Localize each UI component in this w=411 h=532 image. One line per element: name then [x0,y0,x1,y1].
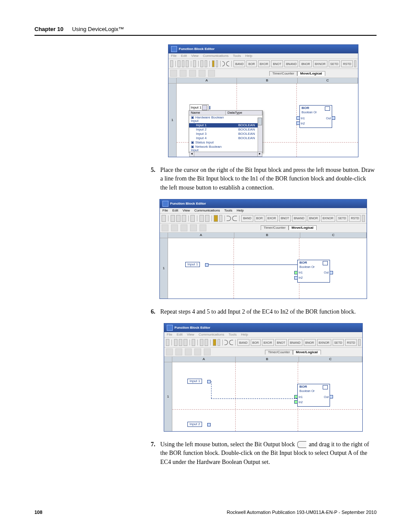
bor-in1-pin[interactable] [294,271,298,274]
tool-d-icon[interactable] [199,70,206,77]
bit-input-shape-icon[interactable] [229,340,233,345]
tool-icon[interactable] [199,224,206,231]
menu-file[interactable]: File [162,209,168,212]
bor-in1-pin[interactable] [294,395,298,398]
input1-pin[interactable] [205,263,209,267]
dd-row-input2[interactable]: Input 2 [189,128,237,132]
tool-icon[interactable] [175,348,182,355]
logic-bxnor-button[interactable]: BXNOR [313,60,327,67]
logic-setd-button[interactable]: SETD [333,339,344,346]
bor-block[interactable]: BOR Boolean Or In1 In2 Out [297,384,330,407]
menu-edit[interactable]: Edit [181,54,187,58]
tool-icon[interactable] [194,348,201,355]
menu-view[interactable]: View [187,333,194,336]
print-icon[interactable] [166,339,169,346]
paste-icon[interactable] [186,60,189,67]
tool-icon[interactable] [185,348,192,355]
tool-a-icon[interactable] [170,70,177,77]
bor-block[interactable]: BOR Boolean Or In1 In2 Out [299,105,332,128]
logic-bnor-button[interactable]: BNOR [304,339,316,346]
tab-move-logical[interactable]: Move/Logical [297,71,325,76]
chevron-down-icon[interactable] [202,105,207,110]
cut-icon[interactable] [177,60,181,67]
input1-block[interactable]: Input 1 [187,379,202,384]
input2-block[interactable]: Input 2 [187,422,202,427]
logic-band-button[interactable]: BAND [237,339,249,346]
menu-communications[interactable]: Communications [194,209,220,212]
bor-out-pin[interactable] [330,395,333,398]
input-dropdown[interactable]: Name DataType ▣ Hardware Boolean Input I… [189,110,263,153]
input2-pin[interactable] [207,423,211,426]
bor-in1-pin[interactable] [296,116,300,120]
zoom-in-icon[interactable] [199,215,204,222]
input1-block[interactable]: Input 1 [185,262,200,267]
logic-bnand-button[interactable]: BNAND [292,215,306,222]
logic-bnot-button[interactable]: BNOT [279,215,291,222]
menu-communications[interactable]: Communications [203,54,229,58]
tool-icon[interactable] [171,224,178,231]
logic-band-button[interactable]: BAND [241,215,253,222]
tool-icon[interactable] [190,224,197,231]
logic-bxor-button[interactable]: BXOR [258,60,270,67]
logic-bnor-button[interactable]: BNOR [308,215,320,222]
bit-output-shape-icon[interactable] [227,216,231,221]
logic-bnot-button[interactable]: BNOT [271,60,283,67]
dropdown-scrollthumb[interactable] [258,118,262,125]
nav-right-icon[interactable] [354,60,356,67]
copy-icon[interactable] [182,60,185,67]
tool-b-icon[interactable] [180,70,187,77]
menu-view[interactable]: View [191,54,199,58]
logic-bor-button[interactable]: BOR [251,339,261,346]
menu-help[interactable]: Help [245,54,252,58]
logic-setd-button[interactable]: SETD [336,215,348,222]
logic-rstd-button[interactable]: RSTD [345,339,357,346]
menu-edit[interactable]: Edit [177,333,183,336]
menu-view[interactable]: View [183,209,190,212]
menu-tools[interactable]: Tools [228,333,237,336]
nav-icon[interactable] [219,215,222,222]
bor-out-pin[interactable] [332,116,335,120]
bit-output-shape-icon[interactable] [224,340,228,345]
menu-tools[interactable]: Tools [224,209,232,212]
nav-right-icon[interactable] [362,215,365,222]
menu-communications[interactable]: Communications [199,333,224,336]
logic-bxnor-button[interactable]: BXNOR [317,339,331,346]
bor-ellipsis-icon[interactable] [323,261,328,265]
dd-group-status[interactable]: Status Input [195,140,214,144]
logic-bnor-button[interactable]: BNOR [299,60,311,67]
open-icon[interactable] [192,339,195,346]
zoom-out-icon[interactable] [205,215,209,222]
logic-rstd-button[interactable]: RSTD [349,215,361,222]
menu-help[interactable]: Help [241,333,248,336]
bor-ellipsis-icon[interactable] [323,385,328,389]
bor-in2-pin[interactable] [294,276,298,280]
logic-bnand-button[interactable]: BNAND [288,339,302,346]
nav-icon[interactable] [218,339,220,346]
tool-icon[interactable] [166,348,173,355]
logic-bor-button[interactable]: BOR [255,215,265,222]
input1-pin[interactable] [207,380,211,383]
logic-bxnor-button[interactable]: BXNOR [321,215,335,222]
tool-e-icon[interactable] [208,70,215,77]
bor-block[interactable]: BOR Boolean Or In1 In2 Out [297,260,330,283]
tab-timer-counter[interactable]: Timer/Counter [269,71,297,76]
tab-move-logical[interactable]: Move/Logical [293,350,321,355]
lock-icon[interactable] [213,339,216,346]
copy-icon[interactable] [179,339,182,346]
lock-icon[interactable] [212,60,215,67]
paste-icon[interactable] [182,215,186,222]
bit-input-shape-icon[interactable] [232,216,237,221]
bor-in2-pin[interactable] [294,400,298,404]
dd-row-input3[interactable]: Input 3 [189,132,237,136]
bit-input-shape-icon[interactable] [226,61,229,66]
copy-icon[interactable] [176,215,181,222]
nav-icon[interactable] [216,60,218,67]
tab-timer-counter[interactable]: Timer/Counter [265,350,293,355]
cut-icon[interactable] [171,215,175,222]
print-icon[interactable] [162,215,166,222]
dd-row-input4[interactable]: Input 4 [189,136,237,140]
tool-c-icon[interactable] [189,70,196,77]
bor-ellipsis-icon[interactable] [325,106,330,111]
bor-out-pin[interactable] [330,271,333,274]
menu-file[interactable]: File [167,333,172,336]
